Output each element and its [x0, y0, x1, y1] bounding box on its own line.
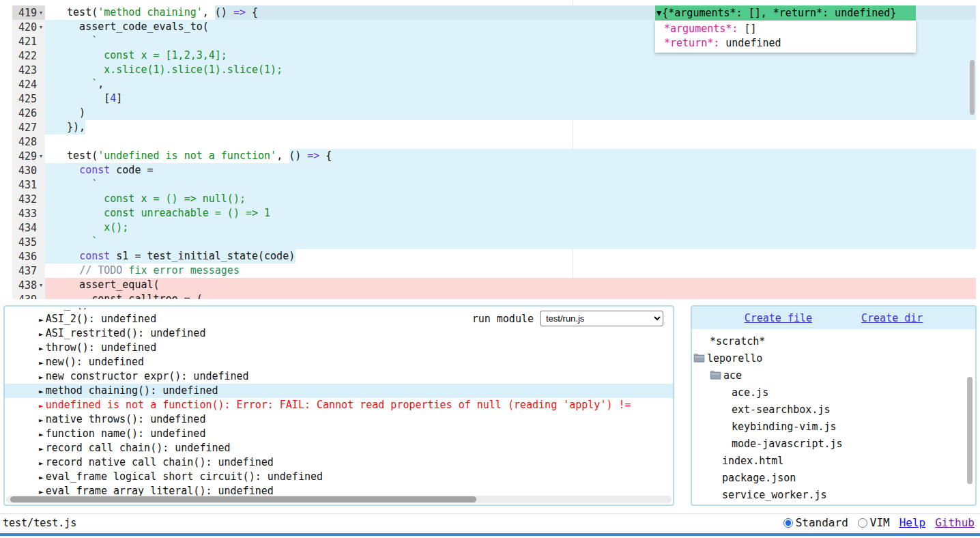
gutter-line-number[interactable]: 425: [12, 91, 45, 106]
tree-file-keybinding-vim.js[interactable]: keybinding-vim.js: [692, 418, 975, 435]
code-line-428[interactable]: [45, 134, 980, 149]
code-line-435[interactable]: `: [45, 235, 980, 249]
code-line-text: const unreachable = () => 1: [55, 206, 270, 221]
value-inspector-header[interactable]: ▼{*arguments*: [], *return*: undefined}: [655, 5, 916, 20]
tree-file-package.json[interactable]: package.json: [692, 469, 975, 486]
tree-folder-leporello[interactable]: leporello: [692, 350, 975, 367]
fold-arrow-icon[interactable]: ▾: [37, 5, 45, 20]
expand-triangle-icon[interactable]: ►: [39, 416, 44, 425]
code-line-433[interactable]: const unreachable = () => 1: [45, 206, 980, 221]
file-tree-scrollbar[interactable]: [967, 377, 972, 484]
test-result-item[interactable]: ►method chaining(): undefined: [5, 384, 673, 398]
gutter-line-number[interactable]: 436: [12, 249, 45, 264]
code-line-423[interactable]: x.slice(1).slice(1).slice(1);: [45, 63, 980, 77]
expand-triangle-icon[interactable]: ►: [39, 308, 44, 310]
gutter-line-number[interactable]: 420▾: [12, 20, 45, 34]
code-line-425[interactable]: [4]: [45, 91, 980, 106]
gutter-line-number[interactable]: 429▾: [12, 149, 45, 163]
radio-standard[interactable]: [783, 518, 793, 528]
code-line-427[interactable]: }),: [45, 120, 980, 134]
expand-triangle-icon[interactable]: ►: [39, 330, 44, 339]
test-result-item[interactable]: ►undefined is not a function(): Error: F…: [5, 398, 673, 412]
code-editor[interactable]: 419▾420▾421422423424425426427428429▾4304…: [0, 0, 980, 299]
test-result-item[interactable]: ►eval_frame logical short circuit(): und…: [5, 470, 673, 484]
gutter-line-number[interactable]: 430: [12, 163, 45, 178]
code-line-429[interactable]: test('undefined is not a function', () =…: [45, 149, 980, 163]
code-line-430[interactable]: const code =: [45, 163, 980, 178]
test-result-item[interactable]: ►new(): undefined: [5, 355, 673, 369]
expand-triangle-icon[interactable]: ►: [39, 459, 44, 468]
code-line-437[interactable]: // TODO fix error messages: [45, 264, 980, 278]
test-result-item[interactable]: ►function name(): undefined: [5, 427, 673, 441]
code-line-434[interactable]: x();: [45, 221, 980, 235]
test-result-item[interactable]: ►ASI_restrited(): undefined: [5, 326, 673, 341]
tree-file-index.html[interactable]: index.html: [692, 452, 975, 469]
gutter-line-number[interactable]: 426: [12, 106, 45, 120]
line-number: 425: [18, 93, 37, 105]
tree-file-*scratch*[interactable]: *scratch*: [692, 332, 975, 350]
status-bar: test/test.js StandardVIMHelpGithub: [0, 513, 980, 538]
console-horizontal-scrollbar[interactable]: [6, 496, 672, 503]
keybinding-option-standard[interactable]: Standard: [783, 516, 848, 529]
tree-file-service_worker.js[interactable]: service_worker.js: [692, 486, 975, 503]
radio-vim[interactable]: [858, 518, 867, 528]
test-result-item[interactable]: ►new constructor expr(): undefined: [5, 369, 673, 384]
gutter-line-number[interactable]: 434: [12, 221, 45, 235]
gutter-line-number[interactable]: 437: [12, 264, 45, 278]
gutter-line-number[interactable]: 438▾: [12, 278, 45, 292]
fold-arrow-icon[interactable]: ▾: [37, 149, 45, 163]
tree-folder-src[interactable]: src: [692, 503, 975, 506]
tree-file-ext-searchbox.js[interactable]: ext-searchbox.js: [692, 401, 975, 418]
test-result-item[interactable]: ►throw(): undefined: [5, 341, 673, 355]
expand-triangle-icon[interactable]: ►: [39, 358, 44, 367]
test-result-item[interactable]: ►record call chain(): undefined: [5, 441, 673, 455]
code-line-431[interactable]: `: [45, 178, 980, 192]
github-link[interactable]: Github: [935, 516, 975, 529]
editor-vertical-scrollbar[interactable]: [970, 60, 975, 115]
expand-triangle-icon[interactable]: ►: [39, 430, 44, 439]
tree-file-mode-javascript.js[interactable]: mode-javascript.js: [692, 435, 975, 452]
expand-triangle-icon[interactable]: ►: [39, 444, 44, 453]
create-file-link[interactable]: Create file: [745, 312, 812, 324]
code-line-436[interactable]: const s1 = test_initial_state(code): [45, 249, 980, 264]
expand-triangle-icon[interactable]: ►: [39, 344, 44, 353]
tree-folder-ace[interactable]: ace: [692, 367, 975, 384]
gutter-line-number[interactable]: 422: [12, 48, 45, 63]
expand-triangle-icon[interactable]: ►: [39, 401, 44, 410]
gutter-line-number[interactable]: 424: [12, 77, 45, 91]
gutter-line-number[interactable]: 439: [12, 292, 45, 299]
create-dir-link[interactable]: Create dir: [861, 312, 923, 324]
code-line-432[interactable]: const x = () => null();: [45, 192, 980, 206]
keybinding-option-vim[interactable]: VIM: [858, 516, 890, 529]
code-line-439[interactable]: const calltree = (: [45, 292, 980, 299]
gutter-line-number[interactable]: 435: [12, 235, 45, 249]
expand-triangle-icon[interactable]: ►: [39, 473, 44, 482]
tree-item-label: service_worker.js: [722, 489, 827, 501]
help-link[interactable]: Help: [899, 516, 926, 529]
code-line-424[interactable]: `,: [45, 77, 980, 91]
console-horizontal-scrollbar-thumb[interactable]: [10, 496, 476, 502]
gutter-line-number[interactable]: 432: [12, 192, 45, 206]
run-module-select[interactable]: test/run.js: [540, 311, 663, 326]
code-line-426[interactable]: ): [45, 106, 980, 120]
editor-gutter[interactable]: 419▾420▾421422423424425426427428429▾4304…: [12, 5, 45, 299]
expand-triangle-icon[interactable]: ►: [39, 315, 44, 324]
test-result-item[interactable]: ►native throws(): undefined: [5, 412, 673, 427]
code-line-text: `: [55, 34, 98, 48]
gutter-line-number[interactable]: 421: [12, 34, 45, 48]
gutter-line-number[interactable]: 428: [12, 134, 45, 149]
gutter-line-number[interactable]: 433: [12, 206, 45, 221]
gutter-line-number[interactable]: 423: [12, 63, 45, 77]
code-line-438[interactable]: assert_equal(: [45, 278, 980, 292]
tree-file-ace.js[interactable]: ace.js: [692, 384, 975, 401]
expand-triangle-icon[interactable]: ►: [39, 387, 44, 396]
gutter-line-number[interactable]: 419▾: [12, 5, 45, 20]
fold-arrow-icon[interactable]: ▾: [37, 278, 45, 292]
highlight-band: [45, 235, 976, 249]
gutter-line-number[interactable]: 431: [12, 178, 45, 192]
gutter-line-number[interactable]: 427: [12, 120, 45, 134]
triangle-down-icon[interactable]: ▼: [655, 8, 662, 18]
expand-triangle-icon[interactable]: ►: [39, 373, 44, 382]
fold-arrow-icon[interactable]: ▾: [37, 20, 45, 34]
test-result-item[interactable]: ►record native call chain(): undefined: [5, 455, 673, 470]
